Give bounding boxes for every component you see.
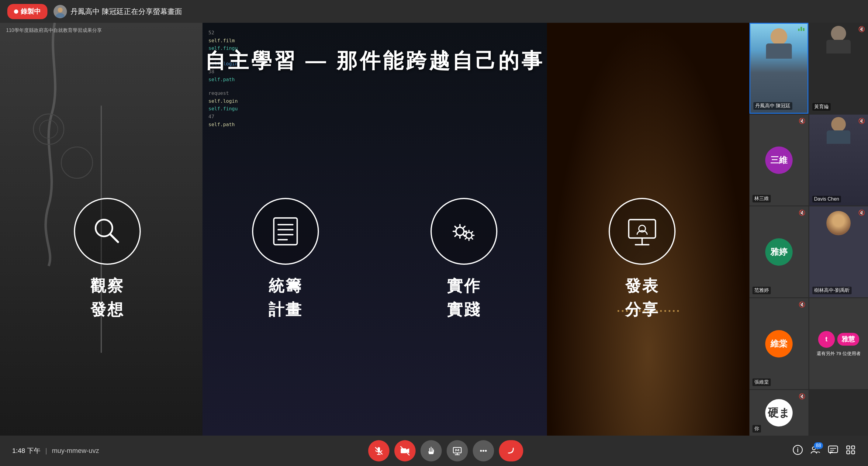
presenter-avatar-icon — [54, 5, 67, 18]
participant-tile-sanwei: 三維 🔇 林三維 — [749, 115, 808, 206]
participant-tile-liu: 🔇 樹林高中-劉禹昕 — [809, 207, 868, 297]
icon-item-4: 發表 分享 — [564, 198, 720, 321]
participant-name-liu: 樹林高中-劉禹昕 — [812, 287, 851, 294]
search-icon — [91, 215, 124, 248]
participant-name-you: 你 — [752, 425, 761, 433]
svg-rect-25 — [429, 452, 434, 454]
volume-bars — [798, 27, 804, 31]
raise-hand-icon — [427, 446, 436, 455]
participant-tile-huang: 🔇 黃育綸 — [809, 23, 868, 114]
mute-icon-you: 🔇 — [799, 393, 805, 400]
svg-point-11 — [456, 227, 464, 235]
participant-tile-zhang: 維棠 🔇 張維棠 — [749, 298, 808, 389]
meeting-divider: | — [45, 447, 47, 455]
presenter-text: 丹鳳高中 陳冠廷正在分享螢幕畫面 — [70, 7, 182, 17]
participant-tile-davis: 🔇 Davis Chen — [809, 115, 868, 206]
presenter-info: 丹鳳高中 陳冠廷正在分享螢幕畫面 — [54, 5, 182, 18]
svg-point-1 — [56, 13, 64, 18]
svg-point-30 — [483, 450, 484, 452]
mute-icon-sanwei: 🔇 — [799, 118, 805, 124]
svg-point-29 — [480, 450, 482, 452]
chat-button[interactable] — [828, 445, 838, 457]
icon-label-2: 統籌 計畫 — [269, 274, 303, 321]
mute-icon-yating: 🔇 — [799, 210, 805, 216]
icon-label-4: 發表 分享 — [625, 274, 659, 321]
search-icon-circle — [74, 198, 141, 265]
you-avatar-logo: 硬ま — [766, 400, 792, 426]
info-icon — [793, 445, 803, 455]
list-icon — [269, 215, 302, 248]
slide-small-label: 110學年度縣政府高中自就教育學習成果分享 — [6, 27, 102, 34]
people-badge: 88 — [814, 442, 823, 449]
presentation-icon — [625, 215, 659, 248]
participant-tile-you: 硬 硬ま 🔇 你 — [749, 390, 808, 436]
people-button[interactable]: 88 — [810, 445, 820, 457]
presentation-icon-circle — [609, 198, 676, 265]
svg-line-5 — [110, 234, 118, 242]
meeting-code: muy-mmew-uvz — [52, 447, 99, 455]
icon-item-2: 統籌 計畫 — [207, 198, 364, 321]
icon-item-3: 實作 實踐 — [385, 198, 542, 321]
gear-icon-circle — [431, 198, 497, 265]
participant-name-sanwei: 林三維 — [752, 195, 771, 203]
participant-tile-presenter: 丹鳳高中 陳冠廷 — [749, 23, 808, 114]
participant-name-presenter: 丹鳳高中 陳冠廷 — [753, 102, 792, 110]
meeting-info: 1:48 下午 | muy-mmew-uvz — [12, 446, 99, 455]
others-count-label: 還有另外 79 位使用者 — [817, 351, 861, 356]
slide-title: 自主學習 — 那件能跨越自己的事 — [0, 47, 749, 75]
participant-tile-yating: 雅婷 🔇 范雅婷 — [749, 207, 808, 297]
participant-name-zhang: 張維棠 — [752, 378, 771, 386]
record-label: 錄製中 — [21, 7, 41, 16]
main-slide-area: 52 self.film self.fingu 37 self.login 38… — [0, 23, 749, 436]
sanwei-avatar: 三維 — [765, 147, 793, 174]
chat-icon — [828, 445, 838, 455]
svg-rect-41 — [851, 446, 855, 449]
participant-tile-others: t 雅慧 還有另外 79 位使用者 — [809, 298, 868, 389]
zhang-avatar: 維棠 — [765, 330, 793, 358]
meeting-time: 1:48 下午 — [12, 446, 40, 455]
controls-center — [368, 440, 523, 461]
activities-icon — [845, 445, 856, 455]
end-call-icon — [506, 446, 516, 456]
microphone-muted-icon — [374, 446, 383, 455]
more-icon — [479, 446, 488, 455]
participant-name-huang: 黃育綸 — [812, 103, 831, 111]
record-dot — [14, 9, 18, 14]
participant-name-davis: Davis Chen — [812, 196, 841, 203]
yating-avatar: 雅婷 — [765, 238, 793, 266]
mute-button[interactable] — [368, 440, 390, 461]
svg-rect-43 — [851, 451, 855, 454]
svg-rect-6 — [274, 218, 297, 245]
icon-label-1: 觀察 發想 — [90, 274, 124, 321]
present-icon — [453, 446, 462, 455]
mute-icon-davis: 🔇 — [858, 118, 865, 124]
top-bar: 錄製中 丹鳳高中 陳冠廷正在分享螢幕畫面 — [0, 0, 868, 23]
record-button[interactable]: 錄製中 — [7, 4, 48, 19]
icon-item-1: 觀察 發想 — [29, 198, 186, 321]
icon-label-3: 實作 實踐 — [447, 274, 481, 321]
svg-rect-40 — [847, 446, 850, 449]
mute-icon-huang: 🔇 — [858, 26, 865, 33]
info-button[interactable] — [793, 445, 803, 457]
participants-panel: 丹鳳高中 陳冠廷 🔇 黃育綸 三維 🔇 林三維 🔇 Davis Chen 雅婷 — [749, 23, 868, 436]
ya-hui-label: 雅慧 — [837, 333, 859, 346]
more-options-button[interactable] — [473, 440, 494, 461]
svg-point-12 — [466, 232, 472, 238]
svg-rect-13 — [629, 220, 655, 238]
video-button[interactable] — [394, 440, 415, 461]
activities-button[interactable] — [845, 445, 856, 457]
present-button[interactable] — [446, 440, 468, 461]
slide-container: 52 self.film self.fingu 37 self.login 38… — [0, 23, 749, 436]
svg-point-34 — [797, 447, 798, 448]
video-off-icon — [400, 446, 410, 456]
participant-name-yating: 范雅婷 — [752, 287, 771, 294]
raise-hand-button[interactable] — [421, 440, 442, 461]
svg-point-0 — [58, 8, 63, 12]
svg-rect-42 — [847, 451, 850, 454]
svg-rect-37 — [829, 446, 838, 453]
list-icon-circle — [252, 198, 319, 265]
controls-right: 88 — [793, 445, 856, 457]
svg-point-31 — [485, 450, 487, 452]
end-call-button[interactable] — [499, 440, 523, 461]
icons-row: 觀察 發想 統籌 計畫 — [0, 84, 749, 436]
